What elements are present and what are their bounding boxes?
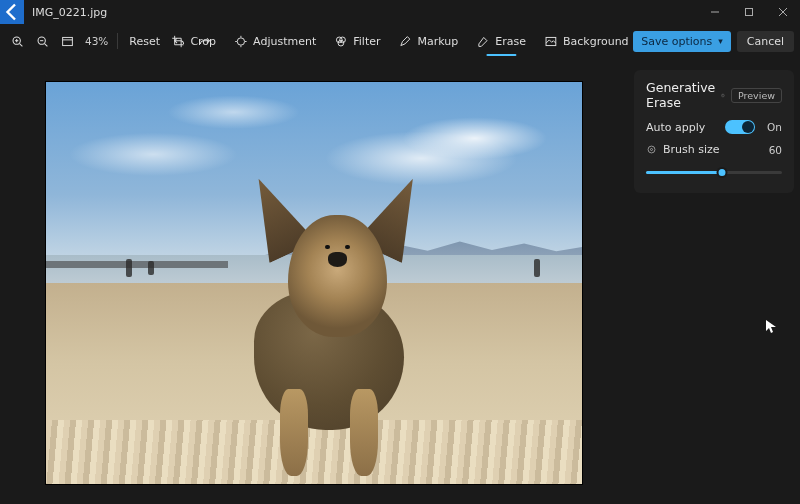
tab-markup[interactable]: Markup: [397, 32, 461, 51]
tab-background-label: Background: [563, 35, 629, 48]
fit-to-window-icon: [61, 35, 74, 48]
background-icon: [544, 35, 557, 48]
save-options-label: Save options: [641, 35, 712, 48]
save-options-button[interactable]: Save options ▾: [633, 31, 731, 52]
svg-line-9: [45, 43, 48, 46]
reset-label: Reset: [129, 35, 160, 48]
svg-rect-11: [63, 37, 73, 45]
minimize-icon: [710, 7, 720, 17]
markup-icon: [399, 35, 412, 48]
reset-button[interactable]: Reset: [123, 29, 166, 53]
auto-apply-label: Auto apply: [646, 121, 705, 134]
svg-line-5: [20, 43, 23, 46]
brush-size-label: Brush size: [663, 143, 720, 156]
svg-point-13: [237, 37, 244, 44]
close-icon: [778, 7, 788, 17]
brush-size-value: 60: [769, 144, 782, 156]
filter-icon: [334, 35, 347, 48]
window-title: IMG_0221.jpg: [24, 0, 107, 24]
tab-adjustment[interactable]: Adjustment: [232, 32, 318, 51]
window-maximize-button[interactable]: [732, 0, 766, 24]
window-close-button[interactable]: [766, 0, 800, 24]
arrow-left-icon: [0, 0, 24, 24]
tab-crop[interactable]: Crop: [169, 32, 218, 51]
svg-point-25: [648, 146, 655, 153]
tab-markup-label: Markup: [418, 35, 459, 48]
workspace: Generative Erase Preview Auto apply On B…: [0, 58, 800, 504]
erase-panel: Generative Erase Preview Auto apply On B…: [634, 70, 794, 193]
window-minimize-button[interactable]: [698, 0, 732, 24]
tab-background[interactable]: Background: [542, 32, 631, 51]
maximize-icon: [744, 7, 754, 17]
side-panel: Generative Erase Preview Auto apply On B…: [628, 58, 800, 504]
erase-icon: [476, 35, 489, 48]
tab-crop-label: Crop: [190, 35, 216, 48]
adjustment-icon: [234, 35, 247, 48]
chevron-down-icon: ▾: [718, 36, 723, 46]
tab-filter[interactable]: Filter: [332, 32, 382, 51]
toolbar: 43% Reset Crop Adjustment Filter Markup …: [0, 24, 800, 58]
fit-button[interactable]: [56, 29, 79, 53]
toolbar-divider: [117, 33, 118, 49]
back-button[interactable]: [0, 0, 24, 24]
svg-point-26: [650, 148, 652, 150]
tool-tabs: Crop Adjustment Filter Markup Erase Back…: [169, 32, 630, 51]
panel-title: Generative Erase: [646, 80, 715, 110]
cancel-label: Cancel: [747, 35, 784, 48]
brush-icon: [646, 144, 657, 155]
preview-badge: Preview: [731, 88, 782, 103]
crop-icon: [171, 35, 184, 48]
zoom-out-icon: [36, 35, 49, 48]
zoom-percent[interactable]: 43%: [81, 35, 112, 47]
info-icon[interactable]: [721, 90, 725, 101]
canvas-area[interactable]: [0, 58, 628, 504]
title-bar: IMG_0221.jpg: [0, 0, 800, 24]
svg-rect-1: [746, 9, 753, 16]
tab-filter-label: Filter: [353, 35, 380, 48]
tab-erase[interactable]: Erase: [474, 32, 528, 51]
tab-adjustment-label: Adjustment: [253, 35, 316, 48]
zoom-in-button[interactable]: [6, 29, 29, 53]
slider-thumb[interactable]: [717, 167, 728, 178]
zoom-out-button[interactable]: [31, 29, 54, 53]
auto-apply-state: On: [767, 121, 782, 133]
tab-erase-label: Erase: [495, 35, 526, 48]
photo-canvas[interactable]: [46, 82, 582, 484]
cancel-button[interactable]: Cancel: [737, 31, 794, 52]
auto-apply-toggle[interactable]: [725, 120, 755, 134]
brush-size-slider[interactable]: [646, 165, 782, 179]
zoom-in-icon: [11, 35, 24, 48]
